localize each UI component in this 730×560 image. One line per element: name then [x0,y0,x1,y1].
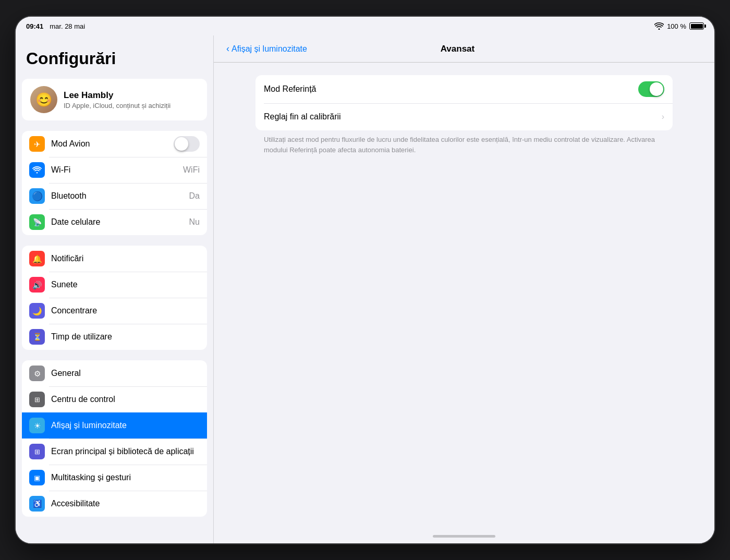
sidebar-item-general[interactable]: ⚙ General [22,360,207,386]
multitasking-label: Multitasking și gesturi [51,473,200,482]
sidebar-item-screentime[interactable]: ⏳ Timp de utilizare [22,324,207,350]
sidebar-item-bluetooth[interactable]: 🔵 Bluetooth Da [22,183,207,209]
nav-bar: ‹ Afișaj și luminozitate Avansat [214,35,714,63]
airplane-toggle[interactable] [174,136,200,152]
sidebar-item-control-center[interactable]: ⊞ Centru de control [22,386,207,412]
status-right: 100 % [654,22,704,30]
profile-card[interactable]: 😊 Lee Hambly ID Apple, iCloud, conținut … [22,79,207,120]
wifi-icon [654,22,664,30]
general-label: General [51,369,200,378]
cellular-icon: 📡 [29,214,45,230]
notifications-icon: 🔔 [29,251,45,266]
status-time: 09:41 [26,22,43,30]
bluetooth-icon: 🔵 [29,188,45,204]
back-chevron-icon: ‹ [226,43,229,54]
fine-calibration-label: Reglaj fin al calibrării [264,112,655,121]
cellular-label: Date celulare [51,217,183,227]
homescreen-icon: ⊞ [29,444,45,459]
focus-label: Concentrare [51,306,200,315]
bluetooth-value: Da [189,191,200,201]
sounds-label: Sunete [51,280,200,289]
wifi-value: WiFi [183,165,200,175]
display-label: Afișaj și luminozitate [51,421,200,430]
focus-icon: 🌙 [29,303,45,319]
sidebar-item-cellular[interactable]: 📡 Date celulare Nu [22,209,207,235]
avatar: 😊 [30,86,57,113]
sidebar-item-multitasking[interactable]: ▣ Multitasking și gesturi [22,465,207,491]
reference-mode-toggle[interactable] [638,81,664,97]
display-icon: ☀ [29,418,45,433]
wifi-label: Wi-Fi [51,165,177,175]
status-left: 09:41 mar. 28 mai [26,22,85,30]
nav-title: Avansat [441,44,475,54]
sidebar[interactable]: Configurări 😊 Lee Hambly ID Apple, iClou… [16,35,214,543]
screentime-label: Timp de utilizare [51,332,200,342]
airplane-label: Mod Avion [51,139,167,149]
control-center-label: Centru de control [51,395,200,404]
battery-icon [689,22,704,30]
airplane-icon: ✈ [29,136,45,152]
status-date: mar. 28 mai [50,22,85,30]
settings-group-notifications: 🔔 Notificări 🔊 Sunete 🌙 Concentrare [22,246,207,350]
battery-fill [691,24,703,29]
multitasking-icon: ▣ [29,470,45,485]
content-area: Mod Referință Reglaj fin al calibrării ›… [214,63,714,529]
status-bar: 09:41 mar. 28 mai 100 % [16,17,714,35]
sidebar-item-accessibility[interactable]: ♿ Accesibilitate [22,491,207,517]
description-text: Utilizați acest mod pentru fluxurile de … [256,130,673,163]
ipad-frame: 09:41 mar. 28 mai 100 % Configurări 😊 [16,17,714,543]
accessibility-icon: ♿ [29,496,45,512]
sidebar-item-airplane[interactable]: ✈ Mod Avion [22,131,207,157]
sidebar-item-display[interactable]: ☀ Afișaj și luminozitate [22,412,207,439]
chevron-right-icon: › [662,112,664,121]
bluetooth-label: Bluetooth [51,191,183,201]
cellular-value: Nu [189,217,200,227]
accessibility-label: Accesibilitate [51,499,200,508]
sidebar-title: Configurări [16,41,213,79]
right-panel: ‹ Afișaj și luminozitate Avansat Mod Ref… [214,35,714,543]
screentime-icon: ⏳ [29,329,45,345]
battery-percent: 100 % [667,22,686,30]
settings-group-system: ⚙ General ⊞ Centru de control ☀ Afișaj ș… [22,360,207,517]
homescreen-label: Ecran principal și bibliotecă de aplicaț… [51,447,200,456]
sidebar-item-sounds[interactable]: 🔊 Sunete [22,272,207,298]
profile-name: Lee Hambly [64,90,171,101]
general-icon: ⚙ [29,366,45,381]
sidebar-item-homescreen[interactable]: ⊞ Ecran principal și bibliotecă de aplic… [22,439,207,465]
nav-back-button[interactable]: ‹ Afișaj și luminozitate [226,43,307,54]
profile-subtitle: ID Apple, iCloud, conținut și achiziții [64,102,171,109]
sidebar-item-focus[interactable]: 🌙 Concentrare [22,298,207,324]
control-center-icon: ⊞ [29,392,45,407]
content-card: Mod Referință Reglaj fin al calibrării › [256,75,673,130]
nav-back-label: Afișaj și luminozitate [232,44,307,54]
home-indicator [214,529,714,543]
wifi-settings-icon [29,162,45,178]
profile-info: Lee Hambly ID Apple, iCloud, conținut și… [64,90,171,109]
home-bar [433,535,495,538]
sounds-icon: 🔊 [29,277,45,293]
reference-mode-row[interactable]: Mod Referință [256,75,673,103]
fine-calibration-row[interactable]: Reglaj fin al calibrării › [256,103,673,130]
main-content: Configurări 😊 Lee Hambly ID Apple, iClou… [16,35,714,543]
sidebar-item-wifi[interactable]: Wi-Fi WiFi [22,157,207,183]
reference-mode-label: Mod Referință [264,84,632,94]
notifications-label: Notificări [51,254,200,263]
settings-group-connectivity: ✈ Mod Avion Wi-Fi [22,131,207,235]
sidebar-item-notifications[interactable]: 🔔 Notificări [22,246,207,272]
